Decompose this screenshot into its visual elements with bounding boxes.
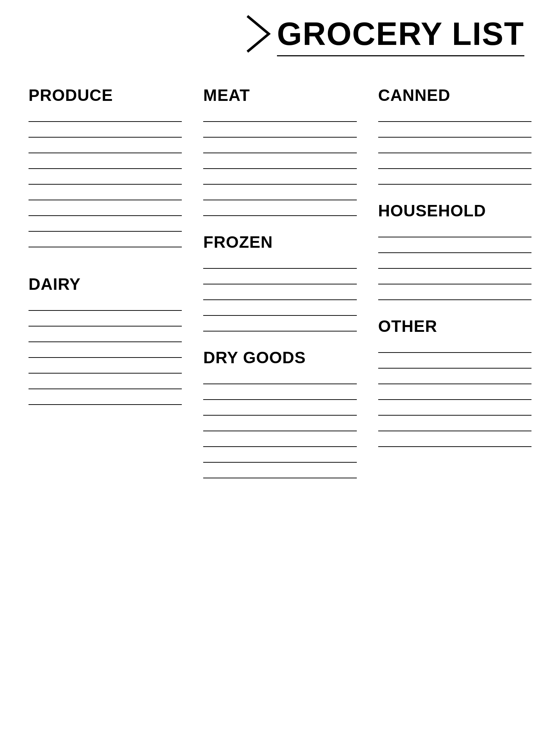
- meat-line-7[interactable]: [203, 202, 356, 216]
- other-line-3[interactable]: [378, 371, 531, 384]
- other-line-2[interactable]: [378, 355, 531, 369]
- produce-line-8[interactable]: [29, 218, 182, 232]
- dry-goods-line-7[interactable]: [203, 465, 356, 478]
- header-banner: GROCERY LIST: [246, 14, 524, 53]
- dairy-line-3[interactable]: [29, 329, 182, 342]
- dairy-title: DAIRY: [29, 274, 182, 294]
- produce-line-3[interactable]: [29, 140, 182, 153]
- dry-goods-title: DRY GOODS: [203, 348, 356, 367]
- frozen-title: FROZEN: [203, 232, 356, 252]
- canned-line-4[interactable]: [378, 155, 531, 169]
- other-line-4[interactable]: [378, 386, 531, 400]
- household-line-1[interactable]: [378, 224, 531, 237]
- household-line-3[interactable]: [378, 255, 531, 269]
- produce-line-6[interactable]: [29, 187, 182, 200]
- dairy-line-6[interactable]: [29, 376, 182, 389]
- meat-line-4[interactable]: [203, 155, 356, 169]
- meat-line-3[interactable]: [203, 140, 356, 153]
- canned-title: CANNED: [378, 86, 531, 105]
- dry-goods-line-2[interactable]: [203, 386, 356, 400]
- banner-underline: [277, 55, 524, 56]
- other-line-6[interactable]: [378, 418, 531, 431]
- header: GROCERY LIST: [29, 14, 531, 53]
- canned-line-5[interactable]: [378, 171, 531, 185]
- household-line-2[interactable]: [378, 240, 531, 253]
- produce-line-5[interactable]: [29, 171, 182, 185]
- dairy-line-1[interactable]: [29, 297, 182, 311]
- frozen-line-1[interactable]: [203, 255, 356, 269]
- dry-goods-line-6[interactable]: [203, 449, 356, 463]
- produce-title: PRODUCE: [29, 86, 182, 105]
- frozen-line-5[interactable]: [203, 318, 356, 331]
- canned-line-3[interactable]: [378, 140, 531, 153]
- produce-line-9[interactable]: [29, 234, 182, 247]
- meat-title: MEAT: [203, 86, 356, 105]
- other-line-7[interactable]: [378, 433, 531, 447]
- household-line-4[interactable]: [378, 271, 531, 284]
- dry-goods-line-5[interactable]: [203, 433, 356, 447]
- dairy-line-7[interactable]: [29, 391, 182, 405]
- other-line-1[interactable]: [378, 339, 531, 353]
- page: GROCERY LIST PRODUCE DAIRY: [0, 0, 560, 730]
- dairy-line-4[interactable]: [29, 344, 182, 358]
- canned-line-2[interactable]: [378, 124, 531, 138]
- chevron-icon: [246, 14, 271, 53]
- column-3: CANNED HOUSEHOLD OTHER: [378, 82, 531, 480]
- frozen-line-4[interactable]: [203, 302, 356, 316]
- dry-goods-line-3[interactable]: [203, 402, 356, 416]
- canned-line-1[interactable]: [378, 108, 531, 122]
- meat-line-6[interactable]: [203, 187, 356, 200]
- frozen-line-2[interactable]: [203, 271, 356, 284]
- meat-line-5[interactable]: [203, 171, 356, 185]
- dairy-line-2[interactable]: [29, 313, 182, 327]
- other-title: OTHER: [378, 317, 531, 336]
- household-title: HOUSEHOLD: [378, 201, 531, 220]
- produce-line-7[interactable]: [29, 202, 182, 216]
- produce-line-4[interactable]: [29, 155, 182, 169]
- meat-line-1[interactable]: [203, 108, 356, 122]
- column-1: PRODUCE DAIRY: [29, 82, 182, 480]
- produce-line-1[interactable]: [29, 108, 182, 122]
- produce-line-2[interactable]: [29, 124, 182, 138]
- other-line-5[interactable]: [378, 402, 531, 416]
- page-title: GROCERY LIST: [277, 16, 524, 52]
- dairy-line-5[interactable]: [29, 360, 182, 374]
- column-2: MEAT FROZEN DRY GOODS: [203, 82, 356, 480]
- dry-goods-line-4[interactable]: [203, 418, 356, 431]
- household-line-5[interactable]: [378, 287, 531, 300]
- meat-line-2[interactable]: [203, 124, 356, 138]
- dry-goods-line-1[interactable]: [203, 371, 356, 384]
- frozen-line-3[interactable]: [203, 287, 356, 300]
- main-content: PRODUCE DAIRY MEAT: [29, 82, 531, 480]
